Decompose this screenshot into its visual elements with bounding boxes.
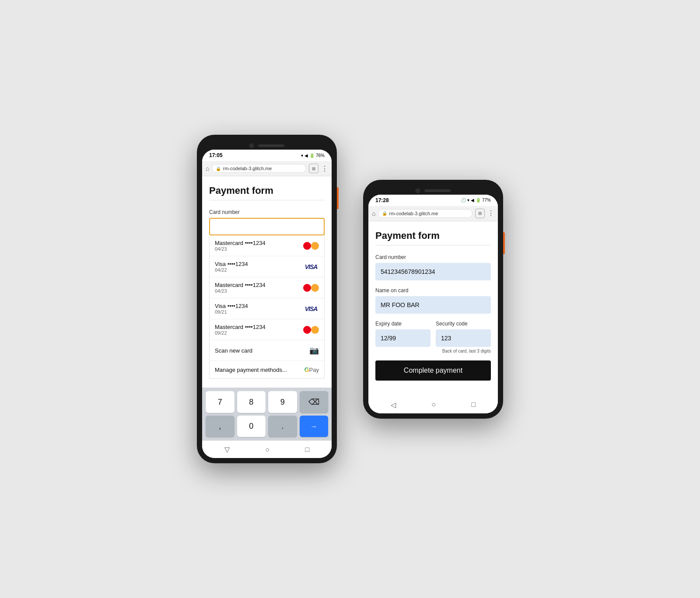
card-item-3[interactable]: Mastercard ••••1234 04/23 [210,277,324,298]
home-icon-right[interactable]: ⌂ [372,210,375,217]
phone-top-bar-right [368,185,498,195]
security-field-right[interactable]: 123 [436,329,491,347]
url-text-right: rm-codelab-3.glitch.me [389,211,438,216]
card-expiry-4: 09/21 [215,309,303,315]
url-box-right[interactable]: 🔒 rm-codelab-3.glitch.me [378,209,472,218]
phone-top-bar [202,140,332,150]
battery-text: 76% [316,153,325,158]
back-nav-icon[interactable]: ▽ [224,445,230,454]
right-page-content: Payment form Card number 541234567890123… [368,221,498,396]
status-time-left: 17:05 [209,152,223,158]
browser-bar-left[interactable]: ⌂ 🔒 rm-codelab-3.glitch.me ⊞ ⋮ [202,161,332,176]
status-icons-left: ▾ ◀ 🔋 76% [301,153,325,158]
browser-actions-left: ⊞ ⋮ [309,164,328,173]
card-expiry-2: 04/22 [215,267,303,273]
card-item-2[interactable]: Visa ••••1234 04/22 VISA [210,256,324,277]
card-expiry-5: 09/22 [215,330,303,336]
page-title-right: Payment form [375,230,491,241]
card-name-1: Mastercard ••••1234 [215,240,303,246]
name-field-right[interactable]: MR FOO BAR [375,296,491,314]
volume-button-right [503,232,505,254]
saved-cards-dropdown: Mastercard ••••1234 04/23 [209,235,325,379]
speaker [258,144,284,147]
card-name-5: Mastercard ••••1234 [215,324,303,330]
left-phone-wrapper: 17:05 ▾ ◀ 🔋 76% ⌂ 🔒 rm-codelab-3.glitch.… [197,135,337,463]
card-item-5[interactable]: Mastercard ••••1234 09/22 [210,319,324,340]
right-phone-screen: 17:28 🕐 ▾ ◀ 🔋 77% ⌂ 🔒 rm-codelab-3.glitc… [368,195,498,413]
scan-new-card-item[interactable]: Scan new card 📷 [210,340,324,361]
bottom-nav-right: ◁ ○ □ [368,396,498,413]
expiry-label-right: Expiry date [375,321,430,327]
title-divider-right [375,245,491,245]
card-number-field-right[interactable]: 5412345678901234 [375,263,491,280]
title-divider-left [209,200,325,200]
status-bar-left: 17:05 ▾ ◀ 🔋 76% [202,150,332,161]
key-backspace[interactable]: ⌫ [300,391,329,413]
browser-bar-right[interactable]: ⌂ 🔒 rm-codelab-3.glitch.me ⊞ ⋮ [368,206,498,221]
lock-icon-left: 🔒 [216,166,221,171]
visa-logo-2: VISA [303,262,319,272]
gpay-logo: G Pay [304,366,319,373]
card-info-2: Visa ••••1234 04/22 [215,261,303,273]
manage-payment-label: Manage payment methods... [215,367,304,373]
status-icons-right: 🕐 ▾ ◀ 🔋 77% [461,198,491,203]
card-name-3: Mastercard ••••1234 [215,282,303,288]
battery-icon: 🔋 [309,153,315,158]
card-item-1[interactable]: Mastercard ••••1234 04/23 [210,235,324,256]
key-8[interactable]: 8 [237,391,266,413]
scan-new-card-label: Scan new card [215,347,309,354]
left-page-content: Payment form Card number Mastercard ••••… [202,176,332,388]
visa-logo-4: VISA [303,304,319,314]
key-comma[interactable]: , [206,416,234,437]
card-number-input-left[interactable] [209,218,325,235]
mastercard-logo-3 [303,283,319,293]
left-phone: 17:05 ▾ ◀ 🔋 76% ⌂ 🔒 rm-codelab-3.glitch.… [197,135,337,463]
menu-dots-left[interactable]: ⋮ [321,164,328,173]
lock-icon-right: 🔒 [382,211,387,216]
key-9[interactable]: 9 [268,391,297,413]
complete-payment-button[interactable]: Complete payment [375,360,491,381]
keyboard-row-1: 7 8 9 ⌫ [206,391,328,413]
speaker-right [424,189,451,192]
tab-icon-right[interactable]: ⊞ [475,209,485,218]
security-col: Security code 123 [436,321,491,347]
manage-payment-item[interactable]: Manage payment methods... G Pay [210,361,324,378]
card-expiry-3: 04/23 [215,288,303,294]
battery-icon-right: 🔋 [476,198,481,203]
back-nav-icon-right[interactable]: ◁ [391,401,396,409]
status-time-right: 17:28 [375,197,389,203]
wifi-icon: ▾ [301,153,303,158]
signal-icon-right: ◀ [471,198,474,203]
recent-nav-icon-right[interactable]: □ [472,401,476,409]
left-phone-screen: 17:05 ▾ ◀ 🔋 76% ⌂ 🔒 rm-codelab-3.glitch.… [202,150,332,458]
mastercard-logo-1 [303,241,319,251]
key-next[interactable]: → [300,416,329,437]
volume-button [337,187,339,209]
menu-dots-right[interactable]: ⋮ [487,209,494,217]
home-nav-icon[interactable]: ○ [265,446,270,454]
keyboard-row-2: , 0 . → [206,416,328,437]
expiry-field-right[interactable]: 12/99 [375,329,430,347]
recent-nav-icon[interactable]: □ [305,446,310,454]
security-label-right: Security code [436,321,491,327]
mastercard-logo-5 [303,325,319,335]
status-bar-right: 17:28 🕐 ▾ ◀ 🔋 77% [368,195,498,206]
key-period[interactable]: . [268,416,297,437]
key-7[interactable]: 7 [206,391,234,413]
right-phone: 17:28 🕐 ▾ ◀ 🔋 77% ⌂ 🔒 rm-codelab-3.glitc… [363,180,503,419]
browser-actions-right: ⊞ ⋮ [475,209,494,218]
signal-icon: ◀ [304,153,308,158]
card-info-5: Mastercard ••••1234 09/22 [215,324,303,336]
key-0[interactable]: 0 [237,416,266,437]
url-box-left[interactable]: 🔒 rm-codelab-3.glitch.me [212,164,306,173]
right-phone-wrapper: 17:28 🕐 ▾ ◀ 🔋 77% ⌂ 🔒 rm-codelab-3.glitc… [363,180,503,419]
tab-icon-left[interactable]: ⊞ [309,164,318,173]
card-name-2: Visa ••••1234 [215,261,303,267]
battery-text-right: 77% [482,198,491,203]
card-number-label-left: Card number [209,209,325,215]
front-camera [249,143,254,148]
card-item-4[interactable]: Visa ••••1234 09/21 VISA [210,298,324,319]
home-nav-icon-right[interactable]: ○ [431,401,436,409]
home-icon[interactable]: ⌂ [206,165,209,172]
wifi-icon-right: ▾ [467,198,469,203]
